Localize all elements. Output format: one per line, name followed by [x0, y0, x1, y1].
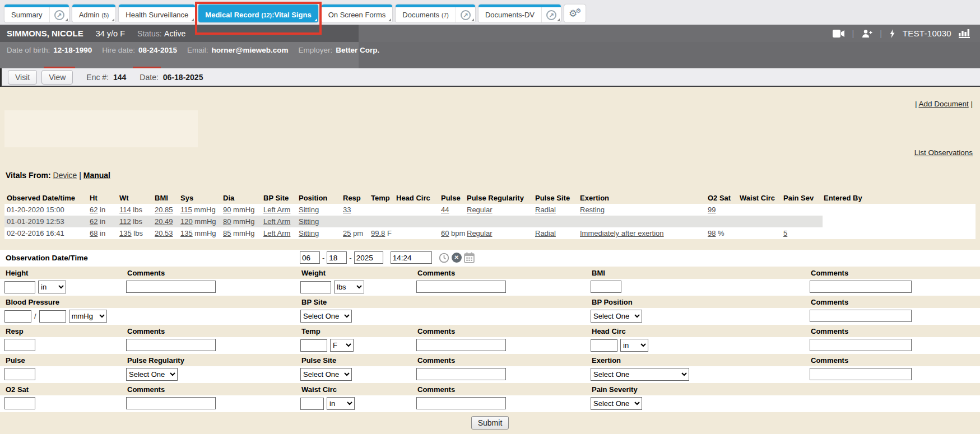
vitals-from-device-link[interactable]: Device: [53, 171, 77, 180]
vital-value-link[interactable]: 5: [783, 229, 787, 237]
comments-input[interactable]: [126, 397, 216, 409]
comments-input[interactable]: [416, 281, 506, 293]
add-document-link[interactable]: Add Document: [918, 100, 968, 108]
comments-input[interactable]: [810, 310, 912, 322]
obs-day-input[interactable]: [327, 251, 347, 264]
comments-input[interactable]: [416, 368, 506, 380]
head-circ-unit-select[interactable]: in: [620, 339, 648, 352]
exertion-select[interactable]: Select One: [591, 368, 689, 381]
waist-circ-input[interactable]: [300, 398, 324, 410]
o2-sat-input[interactable]: [4, 397, 35, 409]
vital-value-link[interactable]: 62: [90, 206, 97, 214]
vital-value-link[interactable]: Regular: [467, 229, 493, 237]
vital-value-link[interactable]: 99.8: [371, 229, 385, 237]
vital-value-link[interactable]: 80: [223, 217, 231, 226]
blood-pressure-input[interactable]: [4, 310, 31, 323]
comments-input[interactable]: [810, 281, 912, 293]
vital-value-link[interactable]: Left Arm: [263, 206, 290, 214]
obs-month-input[interactable]: [300, 251, 320, 264]
vital-value-link[interactable]: Sitting: [299, 217, 319, 226]
video-camera-icon[interactable]: [833, 30, 845, 38]
vital-value-link[interactable]: 20.85: [155, 206, 173, 214]
open-in-new-window-icon[interactable]: ↗: [49, 7, 69, 22]
vital-value-link[interactable]: Radial: [535, 229, 556, 237]
vitals-from-manual-link[interactable]: Manual: [83, 171, 110, 180]
blood-pressure-input[interactable]: [39, 310, 66, 323]
vital-value-link[interactable]: 135: [119, 229, 132, 237]
comments-input[interactable]: [126, 339, 216, 351]
bp-position-select[interactable]: Select One: [591, 310, 642, 323]
vital-value-link[interactable]: 99: [708, 206, 716, 214]
vital-value-link[interactable]: 33: [343, 206, 351, 214]
weight-unit-select[interactable]: lbs: [334, 281, 364, 293]
temp-input[interactable]: [300, 339, 327, 352]
vital-value-link[interactable]: 98: [708, 229, 716, 237]
vital-value-link[interactable]: 62: [90, 217, 97, 226]
comments-input[interactable]: [126, 281, 216, 293]
waist-circ-unit-select[interactable]: in: [327, 397, 355, 410]
tab-health-surveillance[interactable]: Health Surveillance: [119, 4, 195, 22]
vital-value-link[interactable]: Sitting: [299, 206, 319, 214]
pain-severity-select[interactable]: Select One: [591, 397, 642, 410]
vital-value-link[interactable]: Regular: [467, 206, 493, 214]
vital-value-link[interactable]: 68: [90, 229, 97, 237]
vital-value-link[interactable]: 135: [180, 229, 193, 237]
calendar-icon[interactable]: [464, 252, 475, 263]
tab-documents-dv[interactable]: Documents-DV↗: [479, 4, 561, 22]
head-circ-input[interactable]: [591, 339, 617, 352]
field-controls-head-circ: in: [591, 339, 648, 352]
settings-button[interactable]: ⚙ ⚙: [564, 4, 586, 22]
tab-label: Health Surveillance: [119, 4, 195, 22]
comments-input[interactable]: [416, 339, 506, 351]
submit-button[interactable]: Submit: [471, 416, 509, 430]
bp-site-select[interactable]: Select One: [300, 310, 352, 323]
comments-input[interactable]: [810, 368, 912, 380]
bmi-input[interactable]: [591, 281, 621, 293]
comments-input[interactable]: [416, 397, 506, 409]
clock-icon[interactable]: [439, 253, 449, 263]
pulse-regularity-select[interactable]: Select One: [126, 368, 178, 381]
vital-value-link[interactable]: 25: [343, 229, 351, 237]
vital-value-link[interactable]: 112: [119, 217, 131, 226]
visit-button[interactable]: Visit: [8, 70, 37, 85]
vital-value-link[interactable]: 120: [180, 217, 193, 226]
vital-value-link[interactable]: 60: [441, 229, 449, 237]
list-observations-link[interactable]: List Observations: [914, 148, 973, 157]
open-in-new-window-icon[interactable]: ↗: [456, 7, 475, 22]
vital-value-link[interactable]: Left Arm: [263, 217, 290, 226]
vital-value-link[interactable]: Left Arm: [263, 229, 290, 237]
tab-documents[interactable]: Documents(7)↗: [396, 4, 475, 22]
resp-input[interactable]: [4, 339, 35, 351]
add-person-icon[interactable]: [861, 29, 872, 38]
open-in-new-window-icon[interactable]: ↗: [541, 7, 561, 22]
vital-value-link[interactable]: 90: [223, 206, 231, 214]
clear-datetime-icon[interactable]: ✕: [452, 253, 462, 263]
obs-time-input[interactable]: [391, 251, 432, 264]
vital-value-link[interactable]: 20.49: [155, 217, 173, 226]
view-button[interactable]: View: [41, 70, 73, 85]
comments-input[interactable]: [810, 339, 912, 351]
pulse-site-select[interactable]: Select One: [300, 368, 352, 381]
temp-unit-select[interactable]: F: [330, 339, 354, 352]
tab-medical-record[interactable]: Medical Record(12):Vital Signs: [198, 4, 318, 22]
vital-value-link[interactable]: 44: [441, 206, 449, 214]
height-unit-select[interactable]: in: [38, 281, 66, 293]
pulse-input[interactable]: [4, 368, 35, 380]
tab-admin[interactable]: Admin(5): [72, 4, 116, 22]
weight-input[interactable]: [300, 281, 331, 293]
chart-icon[interactable]: [959, 29, 970, 38]
vital-value-link[interactable]: 115: [180, 206, 192, 214]
tab-summary[interactable]: Summary↗: [4, 4, 69, 22]
lightning-bolt-icon[interactable]: [889, 29, 895, 38]
vital-value-link[interactable]: Immediately after exertion: [580, 229, 664, 237]
blood-pressure-unit-select[interactable]: mmHg: [69, 310, 107, 323]
vital-value-link[interactable]: Sitting: [299, 229, 319, 237]
vital-value-link[interactable]: 114: [119, 206, 131, 214]
vital-value-link[interactable]: 20.53: [155, 229, 173, 237]
tab-on-screen-forms[interactable]: On Screen Forms: [322, 4, 393, 22]
height-input[interactable]: [4, 281, 35, 293]
vital-value-link[interactable]: Radial: [535, 206, 556, 214]
obs-year-input[interactable]: [354, 251, 383, 264]
vital-value-link[interactable]: 85: [223, 229, 231, 237]
vital-value-link[interactable]: Resting: [580, 206, 605, 214]
